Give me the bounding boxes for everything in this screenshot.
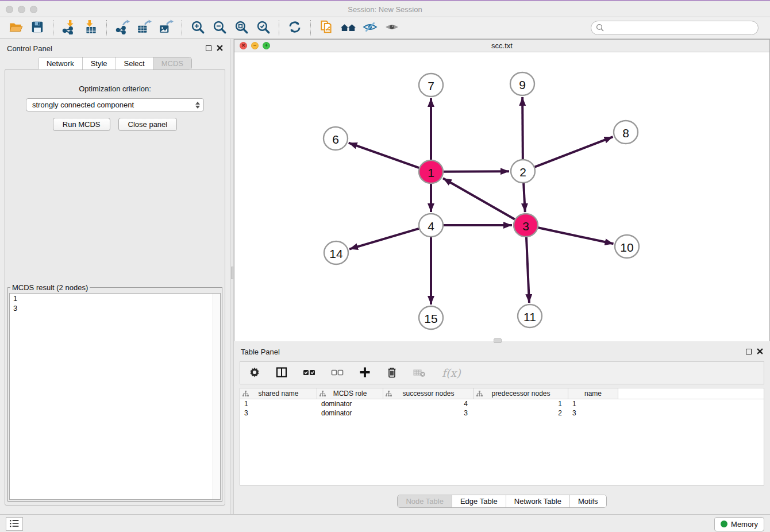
table-row[interactable]: 3dominator323: [240, 408, 764, 418]
zoom-fit-button[interactable]: [232, 20, 251, 37]
tab-edge-table[interactable]: Edge Table: [452, 495, 506, 507]
zoom-selected-button[interactable]: [253, 20, 273, 37]
deselect-all-checks-button[interactable]: [330, 366, 344, 380]
window-title: Session: New Session: [0, 5, 770, 14]
tab-mcds[interactable]: MCDS: [153, 57, 191, 70]
optimization-select[interactable]: strongly connected component: [26, 98, 204, 111]
graph-edge-2-8[interactable]: [535, 137, 613, 167]
add-column-button[interactable]: [359, 366, 371, 380]
column-header-predecessor-nodes[interactable]: predecessor nodes: [474, 388, 568, 399]
tab-motifs[interactable]: Motifs: [569, 495, 606, 507]
column-header-successor-nodes[interactable]: successor nodes: [383, 388, 474, 399]
float-table-panel-icon[interactable]: [746, 349, 752, 354]
task-history-button[interactable]: [6, 517, 23, 531]
refresh-layout-button[interactable]: [285, 20, 305, 37]
graph-node-1[interactable]: 1: [419, 160, 443, 183]
vertical-splitter[interactable]: [230, 39, 234, 514]
home-view-button[interactable]: [338, 20, 358, 37]
close-table-panel-icon[interactable]: [757, 346, 763, 357]
graph-node-3[interactable]: 3: [514, 214, 538, 237]
result-scrollbar[interactable]: [213, 294, 220, 499]
control-panel-tabs: NetworkStyleSelectMCDS: [38, 57, 192, 70]
graph-edge-3-10[interactable]: [538, 228, 614, 244]
network-window-titlebar[interactable]: ✕ − + scc.txt: [234, 40, 769, 52]
table-cell[interactable]: 4: [383, 399, 474, 408]
column-layout-button[interactable]: [275, 366, 288, 380]
column-header-MCDS-role[interactable]: MCDS role: [317, 388, 383, 399]
graph-node-11[interactable]: 11: [518, 304, 542, 327]
table-cell[interactable]: 1: [240, 399, 317, 408]
graph-node-9[interactable]: 9: [510, 72, 534, 95]
table-settings-button[interactable]: [248, 366, 261, 380]
hide-selected-button[interactable]: [360, 20, 380, 37]
open-session-button[interactable]: [6, 20, 25, 37]
graph-node-6[interactable]: 6: [324, 127, 348, 150]
zoom-in-button[interactable]: [188, 20, 207, 37]
optimization-criterion-label: Optimization criterion:: [5, 84, 225, 93]
mcds-result-title: MCDS result (2 nodes): [10, 283, 90, 292]
tab-network-table[interactable]: Network Table: [506, 495, 569, 507]
table-cell[interactable]: dominator: [317, 399, 383, 408]
network-minimize-button[interactable]: −: [251, 42, 259, 49]
table-cell[interactable]: 3: [568, 408, 618, 418]
table-cell[interactable]: 1: [474, 399, 568, 408]
table-cell[interactable]: dominator: [317, 408, 383, 418]
export-table-button[interactable]: [134, 20, 154, 37]
show-all-button[interactable]: [382, 20, 402, 37]
horizontal-splitter-grip[interactable]: [494, 338, 502, 343]
delete-column-button[interactable]: [386, 366, 398, 380]
mcds-result-area[interactable]: 1 3: [9, 293, 221, 500]
zoom-out-icon: [212, 20, 227, 36]
graph-edge-1-2[interactable]: [444, 171, 509, 172]
column-header-shared-name[interactable]: shared name: [240, 388, 317, 399]
graph-node-10[interactable]: 10: [615, 235, 639, 258]
tab-select[interactable]: Select: [116, 57, 153, 70]
graph-node-4[interactable]: 4: [419, 214, 443, 237]
table-cell[interactable]: 1: [568, 399, 618, 408]
splitter-grip[interactable]: [231, 267, 233, 279]
graph-node-8[interactable]: 8: [614, 121, 638, 144]
svg-text:1: 1: [428, 166, 434, 179]
export-network-button[interactable]: [113, 20, 132, 37]
control-panel-title: Control Panel: [7, 44, 52, 53]
svg-text:3: 3: [522, 219, 529, 233]
graph-edge-1-6[interactable]: [349, 143, 419, 168]
zoom-out-button[interactable]: [210, 20, 229, 37]
table-row[interactable]: 1dominator411: [240, 399, 764, 408]
graph-edge-3-11[interactable]: [526, 237, 529, 303]
table-panel-title: Table Panel: [241, 348, 280, 356]
graph-edge-4-14[interactable]: [349, 229, 419, 249]
tab-node-table[interactable]: Node Table: [398, 495, 452, 507]
network-close-button[interactable]: ✕: [240, 42, 247, 49]
search-input[interactable]: [591, 21, 759, 35]
table-cell[interactable]: 2: [474, 408, 568, 418]
import-table-button[interactable]: [81, 20, 101, 37]
memory-button[interactable]: Memory: [714, 517, 764, 531]
node-table[interactable]: shared nameMCDS rolesuccessor nodesprede…: [240, 388, 764, 485]
graph-node-14[interactable]: 14: [324, 241, 348, 264]
graph-edge-3-1[interactable]: [443, 178, 515, 219]
import-network-button[interactable]: [59, 20, 79, 37]
graph-edge-2-3[interactable]: [523, 183, 525, 212]
run-mcds-button[interactable]: Run MCDS: [53, 118, 110, 131]
column-header-name[interactable]: name: [568, 388, 618, 399]
network-maximize-button[interactable]: +: [263, 42, 270, 49]
save-session-button[interactable]: [28, 20, 47, 37]
table-cell[interactable]: 3: [240, 408, 317, 418]
export-image-button[interactable]: [156, 20, 176, 37]
graph-node-7[interactable]: 7: [419, 74, 443, 97]
svg-text:10: 10: [620, 241, 633, 254]
graph-edge-2-9[interactable]: [522, 97, 523, 159]
table-cell[interactable]: 3: [383, 408, 474, 418]
float-panel-icon[interactable]: [206, 45, 211, 51]
title-bar: Session: New Session: [0, 2, 770, 17]
tab-network[interactable]: Network: [38, 57, 82, 70]
graph-node-2[interactable]: 2: [511, 160, 535, 183]
graph-node-15[interactable]: 15: [419, 306, 443, 329]
select-all-checks-button[interactable]: [302, 366, 316, 380]
clone-network-button[interactable]: [317, 20, 336, 37]
network-canvas[interactable]: 7968124314101511: [234, 52, 769, 341]
close-panel-button[interactable]: Close panel: [118, 118, 178, 131]
close-panel-icon[interactable]: [217, 43, 223, 53]
tab-style[interactable]: Style: [82, 57, 116, 70]
